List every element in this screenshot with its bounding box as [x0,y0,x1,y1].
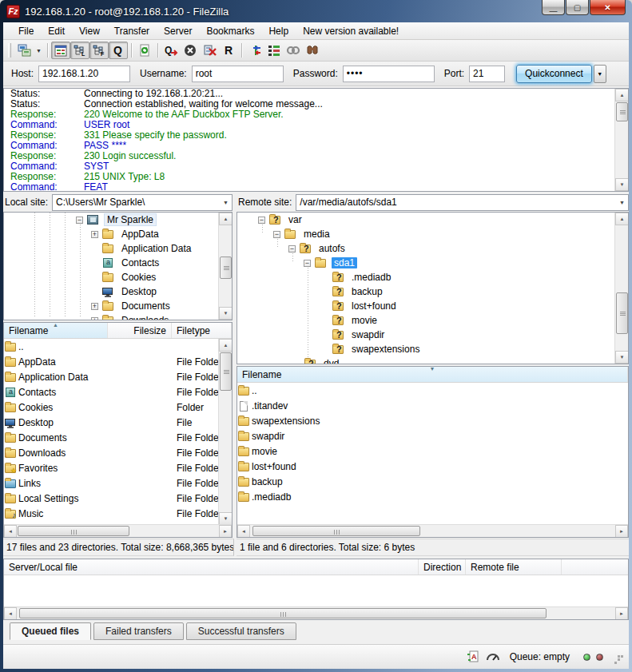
scroll-left-icon[interactable]: ◄ [237,525,250,538]
remote-site-path[interactable]: /var/media/autofs/sda1 [296,197,616,208]
tree-item[interactable]: .mediadb [237,270,628,284]
chevron-down-icon[interactable]: ▼ [616,195,628,210]
collapse-icon[interactable]: − [76,217,83,224]
reconnect-button[interactable]: R [219,42,238,59]
tree-item[interactable]: movie [237,313,628,328]
scroll-up-icon[interactable]: ▲ [219,213,233,225]
column-header-direction[interactable]: Direction [419,559,466,575]
expand-icon[interactable]: + [91,317,98,321]
queue-hscrollbar[interactable]: ◄ ► [4,606,628,619]
minimize-button[interactable]: — [542,0,565,15]
refresh-button[interactable] [135,42,154,59]
directory-comparison-button[interactable] [264,42,284,59]
scroll-left-icon[interactable]: ◄ [4,525,17,538]
local-file-list[interactable]: ▲ Filename Filesize Filetype .. AppDataF… [3,322,233,538]
scroll-up-icon[interactable]: ▲ [615,89,629,101]
titlebar[interactable]: Fz 192.168.1.20 - root@192.168.1.20 - Fi… [0,0,632,22]
file-row[interactable]: swapdir [237,428,628,443]
tab-successful-transfers[interactable]: Successful transfers [186,622,296,640]
log-scrollbar[interactable]: ▲ ▼ [614,89,628,191]
local-site-combo[interactable]: C:\Users\Mr Sparkle\ ▼ [52,194,233,211]
port-input[interactable] [469,66,505,82]
remote-tree-scrollbar[interactable]: ▲ ▼ [614,213,628,364]
tree-item[interactable]: backup [237,284,628,299]
menu-new-version[interactable]: New version available! [296,24,406,38]
file-row[interactable]: .. [237,383,628,398]
speed-limit-icon[interactable] [486,650,500,663]
file-row[interactable]: DesktopFile [4,415,232,430]
tree-item[interactable]: Cookies [4,270,232,284]
file-row[interactable]: .mediadb [237,489,628,504]
scroll-down-icon[interactable]: ▼ [615,178,629,191]
file-row[interactable]: movie [237,443,628,459]
toolbar-grip[interactable] [8,43,11,58]
maximize-button[interactable]: ▢ [566,0,589,15]
toggle-message-log-button[interactable] [51,42,70,59]
file-row[interactable]: ContactsFile Folder [4,384,232,400]
collapse-icon[interactable]: − [304,260,311,267]
menu-file[interactable]: File [11,24,41,38]
tree-item[interactable]: − sda1 [237,256,628,270]
message-log[interactable]: Status:Connecting to 192.168.1.20:21... … [3,88,629,192]
local-list-hscrollbar[interactable]: ◄ ► [4,524,232,537]
column-header-filesize[interactable]: Filesize [108,323,172,338]
toggle-remote-tree-button[interactable]: F [89,42,109,59]
collapse-icon[interactable]: − [273,231,280,238]
column-header-filetype[interactable]: Filetype [172,323,232,338]
remote-site-combo[interactable]: /var/media/autofs/sda1 ▼ [296,194,629,211]
file-row[interactable]: .. [4,339,232,354]
column-header-remote-file[interactable]: Remote file [466,559,562,575]
expand-icon[interactable]: + [91,303,98,310]
scroll-left-icon[interactable]: ◄ [4,607,17,620]
file-row[interactable]: Application DataFile Folder [4,369,232,384]
scroll-down-icon[interactable]: ▼ [219,512,233,525]
menu-edit[interactable]: Edit [41,24,72,38]
column-header-filename[interactable]: ▲ Filename [4,323,108,338]
local-list-scrollbar[interactable]: ▲ ▼ [218,339,232,525]
file-row[interactable]: lost+found [237,459,628,474]
tree-item[interactable]: swapdir [237,328,628,342]
cancel-button[interactable] [181,42,200,59]
file-row[interactable]: DocumentsFile Folder [4,430,232,445]
tree-item[interactable]: − media [237,227,628,241]
local-tree[interactable]: − Mr Sparkle + AppData Application Data … [3,212,233,320]
column-header-server-local-file[interactable]: Server/Local file [4,559,419,575]
menu-bookmarks[interactable]: Bookmarks [199,24,261,38]
remote-file-list[interactable]: ▼ Filename .. .titandev swapextensions s… [237,366,629,538]
tree-item[interactable]: Desktop [4,284,232,299]
host-input[interactable] [38,66,130,82]
scroll-right-icon[interactable]: ► [219,525,232,538]
resize-grip[interactable] [611,652,621,662]
process-queue-button[interactable]: Q [161,42,181,59]
expand-icon[interactable]: + [91,231,98,238]
file-row[interactable]: DownloadsFile Folder [4,445,232,460]
close-button[interactable]: ✕ [590,0,626,15]
scroll-up-icon[interactable]: ▲ [219,339,233,352]
menu-server[interactable]: Server [157,24,199,38]
scrollbar-thumb[interactable] [220,352,232,391]
tree-item[interactable]: Application Data [4,241,232,256]
file-row[interactable]: .titandev [237,398,628,413]
scrollbar-thumb[interactable] [19,608,547,618]
quickconnect-dropdown[interactable]: ▼ [594,65,606,83]
file-row[interactable]: CookiesFolder [4,400,232,415]
tree-item[interactable]: Contacts [4,256,232,270]
file-row[interactable]: AppDataFile Folder [4,354,232,369]
synchronized-browsing-button[interactable] [284,42,303,59]
collapse-icon[interactable]: − [258,217,265,224]
transfer-queue[interactable]: Server/Local file Direction Remote file … [3,559,629,620]
file-row[interactable]: MusicFile Folder [4,506,232,521]
file-row[interactable]: LinksFile Folder [4,475,232,491]
file-row[interactable]: FavoritesFile Folder [4,460,232,475]
tree-item[interactable]: − autofs [237,241,628,256]
scroll-right-icon[interactable]: ► [615,525,628,538]
menu-transfer[interactable]: Transfer [107,24,157,38]
file-row[interactable]: backup [237,474,628,489]
quickconnect-button[interactable]: Quickconnect [516,65,592,83]
scrollbar-thumb[interactable] [220,256,232,279]
local-site-path[interactable]: C:\Users\Mr Sparkle\ [53,197,220,208]
tree-item[interactable]: dvd [237,356,628,364]
transfer-type-icon[interactable]: A [467,650,481,663]
filter-button[interactable] [245,42,264,59]
scroll-up-icon[interactable]: ▲ [615,213,629,225]
